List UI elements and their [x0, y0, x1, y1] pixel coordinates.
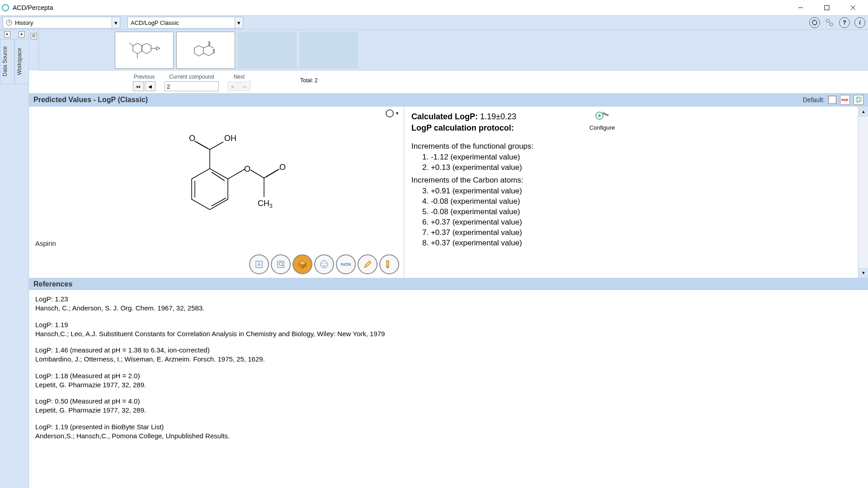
svg-point-0 — [2, 5, 9, 11]
first-button[interactable]: ⏮ — [133, 81, 144, 91]
method-dropdown[interactable]: ACD/LogP Classic ▾ — [127, 17, 243, 28]
method-label: ACD/LogP Classic — [131, 19, 179, 26]
increment-item: 2. +0.13 (experimental value) — [422, 163, 861, 172]
svg-point-8 — [826, 19, 830, 23]
increment-item: 6. +0.37 (experimental value) — [422, 218, 861, 227]
app-icon — [2, 4, 9, 11]
thumbnail-2[interactable] — [176, 32, 235, 69]
expand-toggle-2[interactable]: ▸ — [19, 31, 25, 38]
reference-block: LogP: 1.46 (measured at pH = 1.38 to 6.3… — [35, 346, 862, 364]
export-structure-button[interactable] — [249, 254, 269, 274]
sync-button[interactable] — [809, 17, 820, 28]
thumbnail-empty-1 — [238, 32, 297, 69]
calc-logp-label: Calculated LogP: — [411, 112, 478, 121]
history-dropdown[interactable]: History ▾ — [3, 17, 120, 28]
svg-line-23 — [209, 53, 213, 56]
circle-icon — [386, 109, 394, 117]
mid-panel: ▼ — [29, 107, 868, 278]
search-structure-button[interactable] — [271, 254, 291, 274]
reference-block: LogP: 1.19 (presented in BioByte Star Li… — [35, 422, 862, 441]
svg-marker-57 — [387, 267, 389, 268]
current-compound-input[interactable] — [165, 81, 219, 91]
svg-line-35 — [210, 142, 223, 150]
scroll-down-icon: ▼ — [859, 268, 868, 278]
svg-marker-12 — [142, 43, 151, 54]
view-toggle[interactable]: ▼ — [386, 109, 399, 117]
calculation-pane: Configure Calculated LogP: 1.19±0.23 Log… — [404, 107, 868, 278]
reference-citation: Hansch, C.; Anderson, S. J. Org. Chem. 1… — [35, 304, 862, 313]
svg-text:O: O — [244, 164, 250, 174]
increment-item: 7. +0.37 (experimental value) — [422, 228, 861, 237]
tab-data-source[interactable]: Data Source — [0, 39, 14, 84]
predicted-values-title: Predicted Values - LogP (Classic) — [33, 96, 148, 104]
molecule-thumb-2-icon — [185, 37, 226, 64]
compound-nav: Previous ⏮ ◀ Current compound Next ▶ ⏭ T… — [29, 70, 868, 93]
titlebar: ACD/Percepta — [0, 0, 868, 15]
svg-line-34 — [194, 141, 208, 149]
svg-marker-17 — [194, 46, 203, 56]
structure-drawing: O OH O O CH3 — [165, 125, 291, 220]
reference-value: LogP: 1.46 (measured at pH = 1.38 to 6.3… — [35, 346, 862, 355]
close-button[interactable] — [840, 0, 866, 15]
reference-citation: Lombardino, J.; Otterness, I.; Wiseman, … — [35, 355, 862, 364]
reference-value: LogP: 1.18 (Measured at pH = 2.0) — [35, 371, 862, 380]
last-button[interactable]: ⏭ — [240, 81, 250, 91]
maximize-button[interactable] — [814, 0, 840, 15]
app-title: ACD/Percepta — [13, 4, 53, 11]
references-title: References — [33, 280, 72, 288]
svg-line-36 — [228, 169, 245, 179]
copy-button[interactable] — [854, 95, 863, 105]
expand-toggle-1[interactable]: ▸ — [4, 31, 10, 38]
next-button[interactable]: ▶ — [228, 81, 239, 91]
chevron-down-icon: ▾ — [112, 17, 120, 28]
structure-tools: InChI — [249, 254, 399, 274]
calc-logp-line: Calculated LogP: 1.19±0.23 — [411, 112, 861, 122]
molecule-thumb-1-icon — [124, 37, 165, 64]
svg-point-53 — [321, 261, 328, 268]
svg-point-55 — [325, 263, 326, 264]
side-tabs: ▸ Data Source ▸ Workspace — [0, 30, 29, 488]
default-label: Default: — [803, 96, 825, 103]
inchi-button[interactable]: InChI — [336, 254, 356, 274]
svg-rect-2 — [825, 5, 829, 10]
pdf-export-button[interactable]: PDF — [840, 95, 850, 105]
draw-button[interactable] — [379, 254, 399, 274]
svg-text:O: O — [189, 134, 195, 143]
info-button[interactable]: i — [854, 17, 865, 28]
reference-value: LogP: 1.19 (presented in BioByte Star Li… — [35, 422, 862, 432]
3d-view-button[interactable] — [292, 254, 312, 274]
edit-structure-button[interactable] — [358, 254, 377, 274]
clock-icon — [6, 19, 12, 26]
calc-scrollbar[interactable]: ▲ ▼ — [858, 107, 868, 278]
total-label: Total: 2 — [300, 77, 318, 84]
svg-text:O: O — [279, 163, 286, 172]
reference-value: LogP: 0.50 (Measured at pH = 4.0) — [35, 397, 862, 406]
svg-rect-56 — [387, 261, 389, 267]
prev-button[interactable]: ◀ — [145, 81, 156, 91]
calc-protocol-label: LogP calculation protocol: — [411, 123, 514, 132]
tab-workspace[interactable]: Workspace — [14, 39, 29, 84]
svg-text:OH: OH — [224, 134, 236, 143]
configure-label: Configure — [590, 124, 615, 131]
svg-marker-11 — [133, 43, 142, 54]
help-button[interactable]: ? — [839, 17, 850, 28]
increment-item: 1. -1.12 (experimental value) — [422, 153, 861, 162]
reference-block: LogP: 1.19Hansch,C.; Leo, A.J. Substitue… — [35, 320, 862, 339]
svg-line-39 — [266, 169, 279, 177]
main-toolbar: History ▾ ACD/LogP Classic ▾ ? i — [0, 15, 868, 30]
smiles-button[interactable] — [314, 254, 334, 274]
prev-label: Previous — [134, 74, 155, 80]
chevron-down-icon: ▾ — [235, 17, 243, 28]
svg-line-16 — [129, 43, 133, 46]
svg-marker-28 — [192, 169, 228, 210]
configure-button[interactable]: Configure — [590, 109, 615, 131]
thumbnail-1[interactable] — [115, 32, 174, 69]
reference-block: LogP: 1.18 (Measured at pH = 2.0)Lepetit… — [35, 371, 862, 390]
collapse-toggle[interactable]: ⊟ — [31, 33, 37, 39]
svg-marker-14 — [156, 47, 160, 50]
minimize-button[interactable] — [788, 0, 814, 15]
default-checkbox[interactable] — [828, 96, 836, 104]
increment-item: 5. -0.08 (experimental value) — [422, 207, 861, 216]
calc-logp-value: 1.19±0.23 — [480, 112, 516, 121]
link-button[interactable] — [825, 17, 835, 28]
